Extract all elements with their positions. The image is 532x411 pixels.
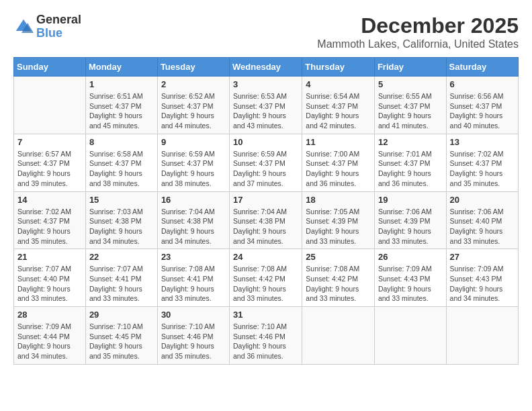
calendar-cell: 20Sunrise: 7:06 AM Sunset: 4:40 PM Dayli…: [446, 191, 518, 249]
day-info: Sunrise: 7:08 AM Sunset: 4:41 PM Dayligh…: [161, 264, 226, 304]
calendar-cell: 3Sunrise: 6:53 AM Sunset: 4:37 PM Daylig…: [230, 77, 302, 134]
day-info: Sunrise: 6:51 AM Sunset: 4:37 PM Dayligh…: [89, 91, 154, 131]
day-number: 29: [89, 310, 154, 320]
day-number: 12: [378, 137, 443, 147]
day-number: 10: [233, 137, 298, 147]
calendar-cell: 4Sunrise: 6:54 AM Sunset: 4:37 PM Daylig…: [302, 77, 375, 134]
main-title: December 2025: [317, 13, 519, 38]
day-number: 7: [17, 137, 82, 147]
day-info: Sunrise: 7:05 AM Sunset: 4:39 PM Dayligh…: [306, 207, 371, 246]
day-info: Sunrise: 7:00 AM Sunset: 4:37 PM Dayligh…: [306, 149, 371, 189]
calendar-cell: 24Sunrise: 7:08 AM Sunset: 4:42 PM Dayli…: [230, 249, 302, 307]
weekday-header: Thursday: [302, 58, 375, 77]
weekday-header: Tuesday: [157, 58, 229, 77]
day-info: Sunrise: 7:06 AM Sunset: 4:39 PM Dayligh…: [378, 207, 443, 246]
title-area: December 2025 Mammoth Lakes, California,…: [317, 13, 519, 50]
day-info: Sunrise: 6:54 AM Sunset: 4:37 PM Dayligh…: [306, 91, 371, 131]
day-number: 22: [89, 252, 154, 262]
day-number: 1: [89, 79, 154, 89]
day-number: 9: [161, 137, 226, 147]
day-number: 8: [89, 137, 154, 147]
calendar-cell: [14, 77, 86, 134]
weekday-header: Monday: [85, 58, 157, 77]
day-info: Sunrise: 7:09 AM Sunset: 4:44 PM Dayligh…: [17, 322, 82, 361]
weekday-header: Saturday: [446, 58, 518, 77]
day-number: 31: [233, 310, 298, 320]
calendar-table: SundayMondayTuesdayWednesdayThursdayFrid…: [13, 57, 519, 365]
calendar-week-row: 21Sunrise: 7:07 AM Sunset: 4:40 PM Dayli…: [14, 249, 519, 307]
day-info: Sunrise: 7:10 AM Sunset: 4:46 PM Dayligh…: [161, 322, 226, 361]
calendar-cell: 27Sunrise: 7:09 AM Sunset: 4:43 PM Dayli…: [446, 249, 518, 307]
calendar-cell: 30Sunrise: 7:10 AM Sunset: 4:46 PM Dayli…: [157, 307, 229, 365]
day-info: Sunrise: 7:08 AM Sunset: 4:42 PM Dayligh…: [306, 264, 371, 304]
day-number: 4: [306, 79, 371, 89]
calendar-cell: 6Sunrise: 6:56 AM Sunset: 4:37 PM Daylig…: [446, 77, 518, 134]
calendar-cell: [446, 307, 518, 365]
calendar-cell: 28Sunrise: 7:09 AM Sunset: 4:44 PM Dayli…: [14, 307, 86, 365]
calendar-week-row: 1Sunrise: 6:51 AM Sunset: 4:37 PM Daylig…: [14, 77, 519, 134]
day-info: Sunrise: 6:52 AM Sunset: 4:37 PM Dayligh…: [161, 91, 226, 131]
day-number: 19: [378, 195, 443, 205]
calendar-cell: 29Sunrise: 7:10 AM Sunset: 4:45 PM Dayli…: [85, 307, 157, 365]
calendar-cell: 17Sunrise: 7:04 AM Sunset: 4:38 PM Dayli…: [230, 191, 302, 249]
day-info: Sunrise: 6:59 AM Sunset: 4:37 PM Dayligh…: [161, 149, 226, 189]
day-number: 26: [378, 252, 443, 262]
calendar-cell: 18Sunrise: 7:05 AM Sunset: 4:39 PM Dayli…: [302, 191, 375, 249]
weekday-header: Sunday: [14, 58, 86, 77]
day-number: 6: [450, 79, 515, 89]
day-number: 5: [378, 79, 443, 89]
calendar-week-row: 7Sunrise: 6:57 AM Sunset: 4:37 PM Daylig…: [14, 134, 519, 191]
day-info: Sunrise: 7:08 AM Sunset: 4:42 PM Dayligh…: [233, 264, 298, 304]
day-info: Sunrise: 7:09 AM Sunset: 4:43 PM Dayligh…: [378, 264, 443, 304]
weekday-header: Friday: [374, 58, 446, 77]
day-number: 27: [450, 252, 515, 262]
day-number: 15: [89, 195, 154, 205]
calendar-cell: 22Sunrise: 7:07 AM Sunset: 4:41 PM Dayli…: [85, 249, 157, 307]
calendar-cell: 10Sunrise: 6:59 AM Sunset: 4:37 PM Dayli…: [230, 134, 302, 191]
weekday-header: Wednesday: [230, 58, 302, 77]
day-info: Sunrise: 7:04 AM Sunset: 4:38 PM Dayligh…: [233, 207, 298, 246]
weekday-header-row: SundayMondayTuesdayWednesdayThursdayFrid…: [14, 58, 519, 77]
logo-text: General Blue: [36, 13, 81, 40]
calendar-cell: [374, 307, 446, 365]
calendar-cell: 5Sunrise: 6:55 AM Sunset: 4:37 PM Daylig…: [374, 77, 446, 134]
calendar-cell: 25Sunrise: 7:08 AM Sunset: 4:42 PM Dayli…: [302, 249, 375, 307]
day-number: 21: [17, 252, 82, 262]
day-number: 25: [306, 252, 371, 262]
day-number: 24: [233, 252, 298, 262]
calendar-week-row: 28Sunrise: 7:09 AM Sunset: 4:44 PM Dayli…: [14, 307, 519, 365]
day-number: 16: [161, 195, 226, 205]
calendar-cell: 2Sunrise: 6:52 AM Sunset: 4:37 PM Daylig…: [157, 77, 229, 134]
day-number: 3: [233, 79, 298, 89]
calendar-cell: 7Sunrise: 6:57 AM Sunset: 4:37 PM Daylig…: [14, 134, 86, 191]
day-info: Sunrise: 6:57 AM Sunset: 4:37 PM Dayligh…: [17, 149, 82, 189]
calendar-cell: 15Sunrise: 7:03 AM Sunset: 4:38 PM Dayli…: [85, 191, 157, 249]
logo-icon: [13, 17, 34, 37]
calendar-cell: 16Sunrise: 7:04 AM Sunset: 4:38 PM Dayli…: [157, 191, 229, 249]
day-number: 17: [233, 195, 298, 205]
calendar-cell: 14Sunrise: 7:02 AM Sunset: 4:37 PM Dayli…: [14, 191, 86, 249]
day-number: 13: [450, 137, 515, 147]
subtitle: Mammoth Lakes, California, United States: [317, 38, 519, 50]
calendar-cell: [302, 307, 375, 365]
logo: General Blue: [13, 13, 81, 40]
calendar-cell: 21Sunrise: 7:07 AM Sunset: 4:40 PM Dayli…: [14, 249, 86, 307]
calendar-cell: 11Sunrise: 7:00 AM Sunset: 4:37 PM Dayli…: [302, 134, 375, 191]
day-info: Sunrise: 7:10 AM Sunset: 4:45 PM Dayligh…: [89, 322, 154, 361]
day-number: 28: [17, 310, 82, 320]
calendar-cell: 13Sunrise: 7:02 AM Sunset: 4:37 PM Dayli…: [446, 134, 518, 191]
calendar-cell: 31Sunrise: 7:10 AM Sunset: 4:46 PM Dayli…: [230, 307, 302, 365]
day-info: Sunrise: 7:01 AM Sunset: 4:37 PM Dayligh…: [378, 149, 443, 189]
day-number: 20: [450, 195, 515, 205]
day-info: Sunrise: 6:53 AM Sunset: 4:37 PM Dayligh…: [233, 91, 298, 131]
calendar-cell: 12Sunrise: 7:01 AM Sunset: 4:37 PM Dayli…: [374, 134, 446, 191]
header: General Blue December 2025 Mammoth Lakes…: [13, 13, 519, 50]
calendar-cell: 19Sunrise: 7:06 AM Sunset: 4:39 PM Dayli…: [374, 191, 446, 249]
day-number: 30: [161, 310, 226, 320]
calendar-cell: 23Sunrise: 7:08 AM Sunset: 4:41 PM Dayli…: [157, 249, 229, 307]
calendar-cell: 1Sunrise: 6:51 AM Sunset: 4:37 PM Daylig…: [85, 77, 157, 134]
day-number: 14: [17, 195, 82, 205]
day-info: Sunrise: 7:02 AM Sunset: 4:37 PM Dayligh…: [17, 207, 82, 246]
day-info: Sunrise: 7:03 AM Sunset: 4:38 PM Dayligh…: [89, 207, 154, 246]
calendar-cell: 26Sunrise: 7:09 AM Sunset: 4:43 PM Dayli…: [374, 249, 446, 307]
